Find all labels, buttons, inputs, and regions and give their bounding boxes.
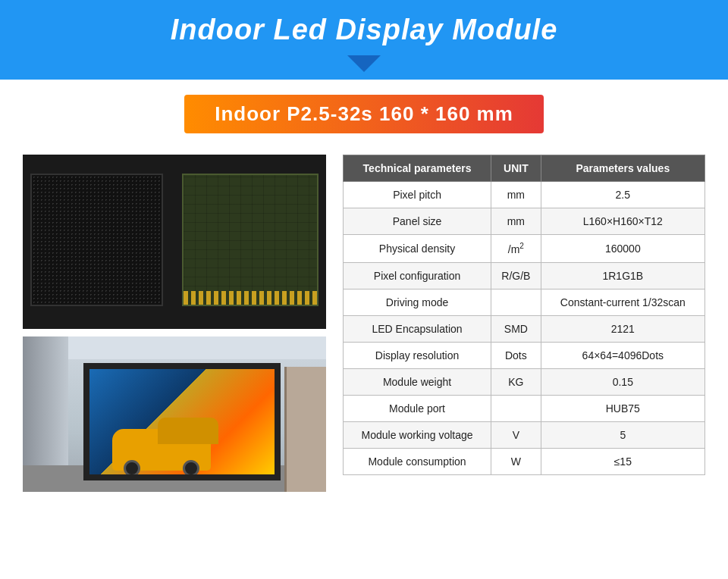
- gold-connector: [184, 291, 317, 305]
- table-header-row: Technical parameters UNIT Parameters val…: [344, 155, 705, 182]
- cell-value: 2.5: [541, 182, 704, 208]
- cell-unit: Dots: [491, 342, 541, 368]
- cell-unit: /m2: [491, 235, 541, 263]
- table-row: Module consumptionW≤15: [344, 448, 705, 474]
- pcb-board-image: [182, 174, 318, 306]
- product-label: Indoor P2.5-32s 160 * 160 mm: [184, 95, 544, 133]
- product-label-section: Indoor P2.5-32s 160 * 160 mm: [0, 80, 728, 141]
- specs-table: Technical parameters UNIT Parameters val…: [343, 155, 705, 475]
- car-top: [158, 418, 218, 444]
- cell-value: 0.15: [541, 368, 704, 395]
- cell-param: Panel size: [344, 208, 491, 235]
- cell-unit: mm: [491, 208, 541, 235]
- room-ceiling: [23, 336, 326, 359]
- car-wheel-left: [124, 460, 140, 477]
- col-header-param: Technical parameters: [344, 155, 491, 182]
- cell-param: Physical density: [344, 235, 491, 263]
- table-row: Module portHUB75: [344, 395, 705, 421]
- door-right: [284, 367, 326, 492]
- col-header-values: Parameters values: [541, 155, 704, 182]
- cell-unit: R/G/B: [491, 262, 541, 289]
- arrow-wrap: [0, 54, 728, 80]
- cell-param: Pixel pitch: [344, 182, 491, 208]
- led-panel-image: [30, 174, 163, 306]
- cell-unit: SMD: [491, 315, 541, 342]
- cell-value: Constant-current 1/32scan: [541, 289, 704, 315]
- cell-unit: V: [491, 421, 541, 448]
- cell-param: Module port: [344, 395, 491, 421]
- cell-unit: W: [491, 448, 541, 474]
- cell-value: HUB75: [541, 395, 704, 421]
- cell-value: 5: [541, 421, 704, 448]
- cell-param: Module working voltage: [344, 421, 491, 448]
- cell-param: Driving mode: [344, 289, 491, 315]
- cell-param: Module consumption: [344, 448, 491, 474]
- led-display-screen: [83, 363, 281, 480]
- table-row: Pixel configurationR/G/B1R1G1B: [344, 262, 705, 289]
- main-content: Technical parameters UNIT Parameters val…: [0, 141, 728, 507]
- col-header-unit: UNIT: [491, 155, 541, 182]
- page-title: Indoor Led Display Module: [0, 14, 728, 54]
- table-row: Physical density/m2160000: [344, 235, 705, 263]
- cell-value: 1R1G1B: [541, 262, 704, 289]
- led-dots: [32, 175, 162, 305]
- room-scene: [23, 336, 326, 492]
- module-image-bottom: [23, 336, 326, 492]
- cell-param: Module weight: [344, 368, 491, 395]
- cell-value: 160000: [541, 235, 704, 263]
- car-wheel-right: [183, 460, 199, 477]
- pcb-background: [23, 155, 326, 329]
- down-arrow-icon: [347, 55, 381, 72]
- module-image-top: [23, 155, 326, 329]
- cell-param: Display resolution: [344, 342, 491, 368]
- specs-table-column: Technical parameters UNIT Parameters val…: [343, 155, 705, 492]
- table-row: Display resolutionDots64×64=4096Dots: [344, 342, 705, 368]
- table-row: Module working voltageV5: [344, 421, 705, 448]
- cell-unit: [491, 289, 541, 315]
- cell-unit: KG: [491, 368, 541, 395]
- table-row: Panel sizemmL160×H160×T12: [344, 208, 705, 235]
- cell-unit: mm: [491, 182, 541, 208]
- cell-value: ≤15: [541, 448, 704, 474]
- cell-value: L160×H160×T12: [541, 208, 704, 235]
- cell-param: LED Encapsulation: [344, 315, 491, 342]
- table-row: Module weightKG0.15: [344, 368, 705, 395]
- cell-value: 64×64=4096Dots: [541, 342, 704, 368]
- table-row: LED EncapsulationSMD2121: [344, 315, 705, 342]
- screen-content: [89, 369, 275, 474]
- images-column: [23, 155, 326, 492]
- pcb-chips: [184, 175, 317, 305]
- cell-unit: [491, 395, 541, 421]
- cell-param: Pixel configuration: [344, 262, 491, 289]
- car-shape: [112, 429, 211, 471]
- table-row: Driving modeConstant-current 1/32scan: [344, 289, 705, 315]
- cell-value: 2121: [541, 315, 704, 342]
- header-section: Indoor Led Display Module: [0, 0, 728, 80]
- table-row: Pixel pitchmm2.5: [344, 182, 705, 208]
